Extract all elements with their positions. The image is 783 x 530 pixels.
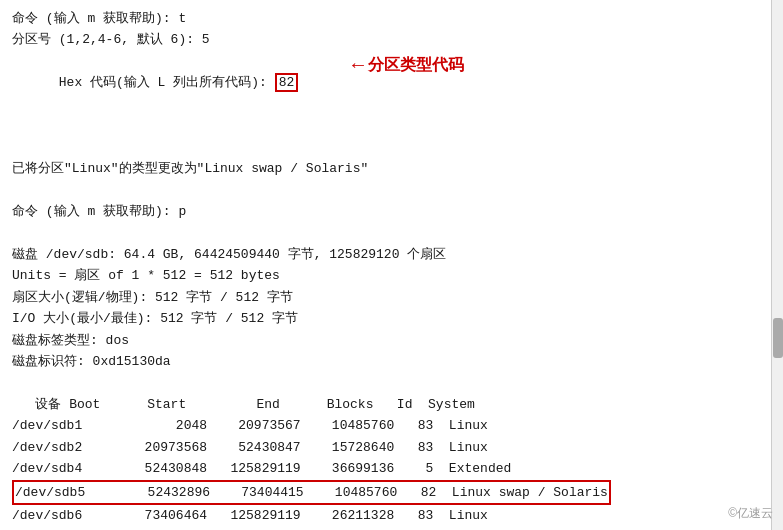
partition-num-line: 分区号 (1,2,4-6, 默认 6): 5 — [12, 29, 759, 50]
hex-code-line: Hex 代码(输入 L 列出所有代码): 82 ← 分区类型代码 — [12, 51, 759, 158]
hex-label: Hex 代码(输入 L 列出所有代码): — [59, 75, 275, 90]
label-type-line: 磁盘标签类型: dos — [12, 330, 759, 351]
red-arrow-icon: ← — [352, 49, 364, 82]
hex-value-box: 82 — [275, 73, 299, 92]
disk-info-line: 磁盘 /dev/sdb: 64.4 GB, 64424509440 字节, 12… — [12, 244, 759, 265]
blank-line-1 — [12, 180, 759, 201]
sdb6-line: /dev/sdb6 73406464 125829119 26211328 83… — [12, 505, 759, 526]
scrollbar-thumb[interactable] — [773, 318, 783, 358]
scrollbar[interactable] — [771, 0, 783, 530]
io-size-line: I/O 大小(最小/最佳): 512 字节 / 512 字节 — [12, 308, 759, 329]
identifier-line: 磁盘标识符: 0xd15130da — [12, 351, 759, 372]
units-line: Units = 扇区 of 1 * 512 = 512 bytes — [12, 265, 759, 286]
blank-line-3 — [12, 372, 759, 393]
cmd-p-line: 命令 (输入 m 获取帮助): p — [12, 201, 759, 222]
sdb5-row: /dev/sdb5 52432896 73404415 10485760 82 … — [12, 480, 759, 505]
sdb2-line: /dev/sdb2 20973568 52430847 15728640 83 … — [12, 437, 759, 458]
table-header-line: 设备 Boot Start End Blocks Id System — [12, 394, 759, 415]
blank-line-4 — [12, 527, 759, 531]
changed-msg-line: 已将分区"Linux"的类型更改为"Linux swap / Solaris" — [12, 158, 759, 179]
blank-line-2 — [12, 222, 759, 243]
sdb1-line: /dev/sdb1 2048 20973567 10485760 83 Linu… — [12, 415, 759, 436]
annotation-text: 分区类型代码 — [368, 52, 464, 78]
sdb4-line: /dev/sdb4 52430848 125829119 36699136 5 … — [12, 458, 759, 479]
watermark: ©亿速云 — [728, 505, 773, 522]
sector-size-line: 扇区大小(逻辑/物理): 512 字节 / 512 字节 — [12, 287, 759, 308]
cmd-t-line: 命令 (输入 m 获取帮助): t — [12, 8, 759, 29]
